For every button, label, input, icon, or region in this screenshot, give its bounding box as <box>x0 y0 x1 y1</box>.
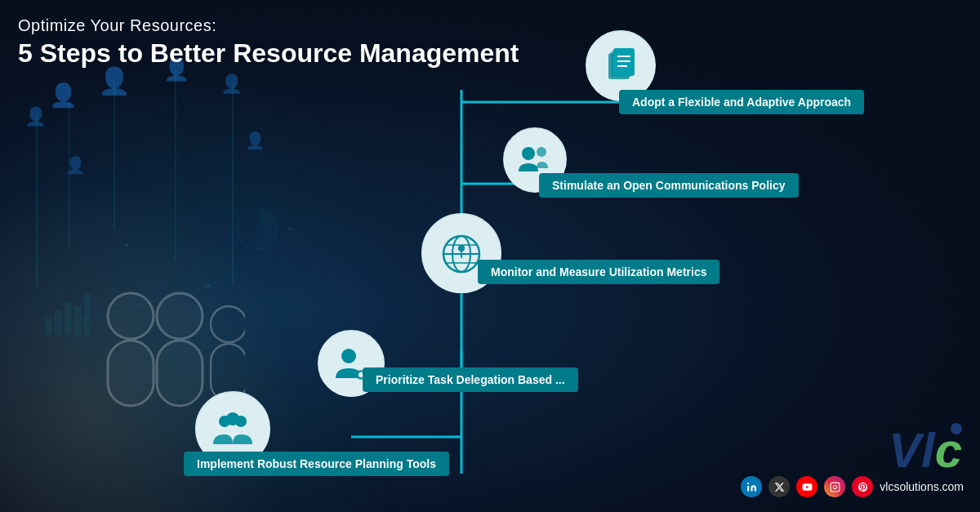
svg-point-42 <box>522 147 535 160</box>
pinterest-icon[interactable] <box>852 476 873 497</box>
logo-dot <box>951 423 962 434</box>
logo-l: l <box>921 426 935 475</box>
svg-point-49 <box>458 245 465 252</box>
linkedin-icon[interactable] <box>741 476 762 497</box>
svg-point-56 <box>226 412 239 425</box>
instagram-icon[interactable] <box>824 476 845 497</box>
svg-point-43 <box>537 147 546 157</box>
vlc-logo: V l c <box>889 426 962 475</box>
content-wrapper: Optimize Your Resources: 5 Steps to Bett… <box>0 0 980 512</box>
svg-rect-58 <box>831 483 840 492</box>
logo-mark: V l c <box>889 426 962 475</box>
step-4-label: Stimulate an Open Communications Policy <box>539 173 799 198</box>
social-bar: vlcsolutions.com <box>741 476 964 497</box>
step-5-label: Adopt a Flexible and Adaptive Approach <box>619 90 864 114</box>
logo-v: V <box>889 426 921 475</box>
youtube-icon[interactable] <box>796 476 817 497</box>
website-url[interactable]: vlcsolutions.com <box>880 480 964 493</box>
header: Optimize Your Resources: 5 Steps to Bett… <box>18 15 519 69</box>
header-subtitle: Optimize Your Resources: <box>18 15 519 36</box>
header-title: 5 Steps to Better Resource Management <box>18 38 519 69</box>
twitter-icon[interactable] <box>768 476 790 497</box>
logo-c-container: c <box>935 426 962 475</box>
step-1-label: Implement Robust Resource Planning Tools <box>184 452 449 476</box>
svg-point-51 <box>341 349 356 363</box>
step-3-label: Monitor and Measure Utilization Metrics <box>478 260 719 284</box>
step-2-label: Prioritize Task Delegation Based ... <box>363 367 578 392</box>
svg-point-57 <box>747 483 749 484</box>
